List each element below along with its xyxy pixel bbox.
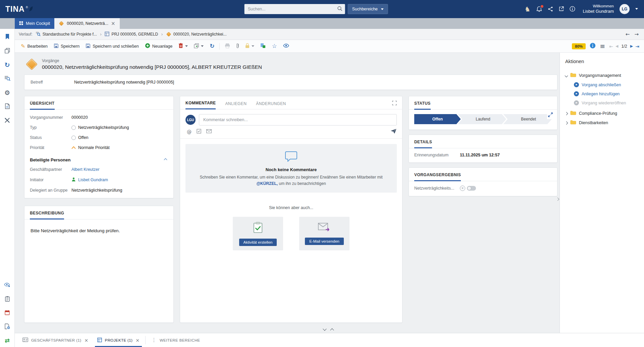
search-field[interactable]: [245, 4, 345, 14]
mention-at-icon[interactable]: @: [187, 130, 192, 134]
breadcrumb-item-project[interactable]: PRJ 0000005, GERMELD: [105, 32, 158, 37]
person-icon: [71, 177, 76, 183]
open-external-icon[interactable]: [559, 6, 564, 11]
history-back-icon[interactable]: ←: [626, 32, 630, 37]
action-vorgang-wiedereroeffnen: ▶ Vorgang wiedereröffnen: [574, 98, 639, 107]
chevron-right-icon[interactable]: [565, 121, 568, 125]
play-circle-icon: ▶: [574, 91, 579, 96]
create-activity-button[interactable]: Aktivität erstellen: [239, 239, 277, 246]
chevron-down-icon[interactable]: [201, 45, 204, 47]
status-step-offen[interactable]: Offen: [414, 114, 461, 124]
document-icon[interactable]: [5, 103, 10, 110]
clear-value-icon[interactable]: ×: [460, 186, 465, 191]
save-and-close-button[interactable]: Speichern und schließen: [83, 42, 142, 51]
close-tab-icon[interactable]: ×: [136, 338, 140, 343]
info-icon[interactable]: [570, 6, 575, 12]
task-checkbox-icon[interactable]: [197, 129, 201, 135]
search-input[interactable]: [248, 7, 337, 11]
chevron-down-icon[interactable]: [565, 74, 568, 77]
notifications-bell-icon[interactable]: [536, 6, 542, 12]
related-records-button[interactable]: [258, 41, 268, 51]
workspace-tab-strip: Mein Cockpit 0000020, Netzverträ... ×: [0, 18, 644, 29]
chevron-down-icon: [252, 45, 254, 47]
search-icon[interactable]: [337, 6, 342, 12]
next-record-icon[interactable]: ▶: [630, 44, 633, 48]
tab-vorgang[interactable]: 0000020, Netzverträ... ×: [54, 18, 119, 29]
status-title: STATUS: [414, 101, 431, 110]
watch-button[interactable]: [280, 42, 292, 50]
collapse-panel-handle[interactable]: [555, 194, 560, 204]
refresh-button[interactable]: ↻: [207, 42, 217, 51]
tools-icon[interactable]: [4, 117, 10, 124]
new-record-button[interactable]: Neuanlage: [142, 41, 175, 51]
status-step-laufend[interactable]: Laufend: [458, 114, 506, 124]
action-vorgang-abschliessen[interactable]: ▶ Vorgang abschließen: [574, 80, 639, 89]
bottom-tab-projekte[interactable]: PROJEKTE (1) ×: [93, 333, 144, 347]
assistant-icon[interactable]: ♞: [525, 6, 531, 12]
history-forward-icon[interactable]: →: [634, 32, 639, 37]
tree-group-compliance-pruefung[interactable]: Compliance-Prüfung: [565, 109, 639, 118]
search-list-icon[interactable]: [4, 76, 10, 82]
fullscreen-icon[interactable]: [392, 101, 397, 109]
search-scope-dropdown[interactable]: Suchbereiche: [348, 4, 388, 14]
history-icon[interactable]: ↻: [5, 62, 10, 68]
send-comment-icon[interactable]: [390, 129, 397, 135]
breadcrumb-item-vorgang[interactable]: 0000020, Netzverträglichkei...: [166, 32, 227, 37]
send-email-tile[interactable]: E-Mail versenden: [299, 217, 350, 250]
zoom-level-badge[interactable]: 80%: [572, 43, 586, 49]
duplicate-button[interactable]: [191, 42, 206, 51]
attachment-button[interactable]: [233, 41, 242, 51]
scroll-up-icon[interactable]: [330, 328, 334, 332]
watch-star-icon[interactable]: [4, 283, 10, 289]
comment-bubble-icon: [284, 159, 298, 164]
field-erinnerungsdatum: Erinnerungsdatum 11.11.2025 um 12:57: [409, 148, 557, 162]
favorite-button[interactable]: ☆: [269, 42, 279, 51]
action-label: Anliegen hinzufügen: [582, 92, 620, 96]
action-anliegen-hinzufuegen[interactable]: ▶ Anliegen hinzufügen: [574, 89, 639, 98]
last-record-icon[interactable]: ⇥: [635, 44, 639, 49]
create-activity-tile[interactable]: Aktivität erstellen: [233, 217, 283, 250]
menu-icon[interactable]: ≡: [600, 43, 605, 49]
close-tab-icon[interactable]: ×: [111, 21, 115, 26]
close-tab-icon[interactable]: ×: [84, 338, 88, 343]
comment-input[interactable]: [199, 114, 397, 126]
breadcrumb-item-search[interactable]: Standardsuche für Projekte f...: [36, 32, 97, 37]
user-menu-chevron-icon[interactable]: [635, 8, 638, 10]
edit-button[interactable]: ✎ Bearbeiten: [18, 42, 50, 51]
sync-icon[interactable]: ⇄: [5, 338, 10, 344]
document-gear-icon[interactable]: [5, 324, 10, 330]
record-entity-label: Vorgänge: [42, 58, 262, 63]
tab-anliegen[interactable]: ANLIEGEN: [225, 101, 247, 109]
clipboard-icon[interactable]: [5, 296, 10, 303]
info-circle-icon[interactable]: [590, 43, 596, 50]
status-step-beendet[interactable]: Beendet: [503, 114, 552, 124]
tree-group-dienstbarkeiten[interactable]: Dienstbarkeiten: [565, 118, 639, 128]
bottom-tab-geschaeftspartner[interactable]: GESCHÄFTSPARTNER (1) ×: [18, 333, 93, 347]
gear-icon[interactable]: ⚙: [4, 90, 10, 96]
expand-status-icon[interactable]: [547, 111, 554, 119]
save-button[interactable]: Speichern: [51, 42, 82, 51]
comment-composer: LGU @: [180, 109, 402, 139]
scroll-down-icon[interactable]: [323, 327, 326, 331]
geschaeftspartner-link[interactable]: Albert Kreutzer: [71, 167, 99, 172]
bookmark-icon[interactable]: [5, 34, 10, 41]
result-toggle[interactable]: [467, 186, 476, 191]
share-icon[interactable]: [548, 6, 553, 12]
record-main-area: Vorgänge 0000020, Netzverträglichkeitspr…: [15, 53, 559, 333]
copy-icon[interactable]: [5, 48, 10, 54]
tab-kommentare[interactable]: KOMMENTARE: [185, 101, 216, 109]
tree-group-vorgangsmanagement[interactable]: Vorgangsmanagement: [565, 71, 639, 80]
bottom-tab-weitere-bereiche[interactable]: ⋮ WEITERE BEREICHE: [147, 333, 204, 347]
calendar-icon[interactable]: [5, 310, 10, 316]
tab-aenderungen[interactable]: ÄNDERUNGEN: [256, 101, 286, 109]
tab-mein-cockpit[interactable]: Mein Cockpit: [15, 18, 54, 29]
chevron-right-icon[interactable]: [565, 112, 568, 115]
send-email-button[interactable]: E-Mail versenden: [305, 238, 343, 245]
mail-icon[interactable]: [206, 129, 212, 134]
chevron-down-icon[interactable]: [185, 45, 188, 47]
collapse-section-icon[interactable]: [164, 158, 167, 162]
user-avatar[interactable]: LG: [620, 4, 630, 14]
delete-button[interactable]: [176, 41, 191, 51]
initiator-link[interactable]: Lisbet Gundram: [78, 178, 108, 182]
also-hint-text: Sie können aber auch...: [180, 205, 402, 210]
